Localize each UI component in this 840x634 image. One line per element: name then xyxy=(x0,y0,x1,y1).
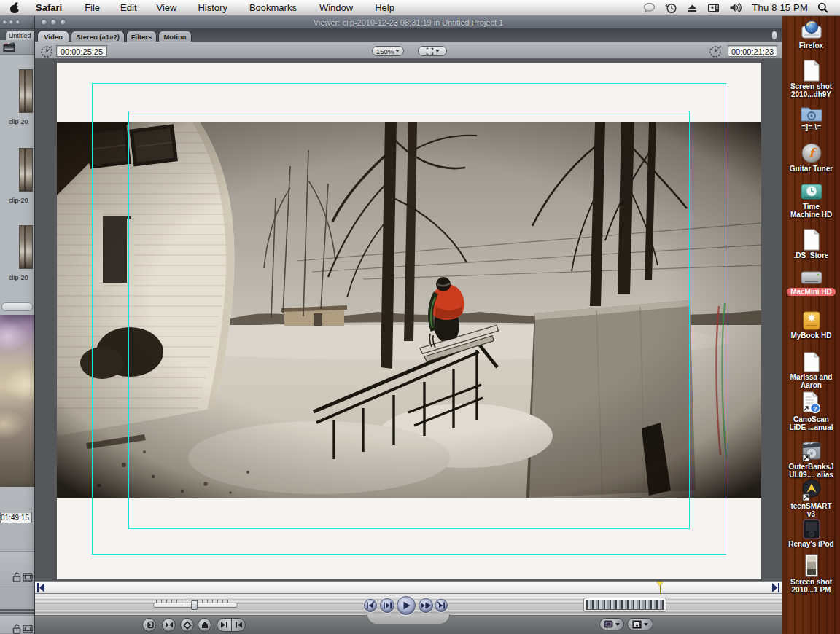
mark-in-icon xyxy=(219,621,229,629)
photo-window[interactable] xyxy=(0,315,35,487)
transport-bar xyxy=(35,594,782,616)
previous-edit-button[interactable] xyxy=(364,599,377,612)
minimize-button[interactable] xyxy=(50,19,57,26)
menu-app[interactable]: Safari xyxy=(34,2,63,13)
add-marker-button[interactable] xyxy=(198,618,211,632)
browser-tab-untitled[interactable]: Untitled xyxy=(5,31,35,40)
desktop-icon-guitar-tuner[interactable]: f Guitar Tuner xyxy=(782,142,840,173)
ipod-icon xyxy=(801,519,822,539)
svg-text:?: ? xyxy=(813,405,817,412)
keyboard-viewer-icon[interactable] xyxy=(707,3,720,13)
recent-clips-dropdown[interactable] xyxy=(599,618,624,630)
desktop-icon-macmini-hd[interactable]: MacMini HD xyxy=(782,268,840,296)
play-icon xyxy=(402,600,411,611)
menu-edit[interactable]: Edit xyxy=(119,2,138,13)
video-frame xyxy=(57,122,761,498)
apple-menu-icon[interactable] xyxy=(10,3,20,13)
menubar-clock[interactable]: Thu 8 15 PM xyxy=(752,2,808,13)
desktop-icon-teensmart[interactable]: teenSMART v3 xyxy=(782,478,840,518)
jog-control[interactable] xyxy=(583,598,666,612)
desktop-icon-outerbanks-alias[interactable]: OuterBanksJ UL09.... alias xyxy=(782,439,840,479)
desktop-icon-ds-store[interactable]: .DS_Store xyxy=(782,229,840,259)
tab-scroll-thumb[interactable] xyxy=(771,31,777,40)
menu-help[interactable]: Help xyxy=(373,2,396,13)
desktop-icon-mybook-hd[interactable]: MyBook HD xyxy=(782,310,840,340)
clip-thumbnail[interactable] xyxy=(19,225,33,269)
zoom-button[interactable] xyxy=(60,19,66,26)
tab-motion[interactable]: Motion xyxy=(158,31,192,42)
shuttle-thumb[interactable] xyxy=(191,600,198,610)
play-in-to-out-icon xyxy=(383,601,392,610)
timecode-duration-field[interactable]: 00:00:25;25 xyxy=(56,45,107,57)
add-keyframe-button[interactable] xyxy=(180,618,194,632)
browser-window: Untitled clip-20 clip-20 clip-20 xyxy=(0,16,35,315)
eject-icon[interactable] xyxy=(687,3,698,13)
desktop-icon-firefox[interactable]: Firefox xyxy=(782,19,840,50)
movie-alias-icon xyxy=(800,439,823,462)
timeline-track-divider[interactable] xyxy=(0,609,35,614)
match-frame-button[interactable] xyxy=(142,618,156,632)
zoom-dropdown-value: 150% xyxy=(376,47,394,55)
desktop-icon-screenshot-2[interactable]: Screen shot 2010...1 PM xyxy=(782,554,840,594)
desktop-icon-burn-folder[interactable]: =]=-\= xyxy=(782,103,840,131)
desktop-icon-renays-ipod[interactable]: Renay's iPod xyxy=(782,519,840,548)
chat-icon[interactable] xyxy=(643,2,656,13)
desktop-icon-time-machine-hd[interactable]: Time Machine HD xyxy=(782,181,840,219)
clip-label: clip-20 xyxy=(9,197,35,204)
menu-file[interactable]: File xyxy=(83,2,101,13)
timecode-duration-clock-icon[interactable] xyxy=(40,44,54,58)
menu-view[interactable]: View xyxy=(155,2,179,13)
scrubber-bar[interactable] xyxy=(35,581,782,594)
play-in-to-out-button[interactable] xyxy=(380,598,394,613)
desktop-icon-marissa-and-aaron[interactable]: Marissa and Aaron xyxy=(782,352,840,389)
chevron-down-icon xyxy=(644,623,648,626)
menu-window[interactable]: Window xyxy=(318,2,354,13)
close-button[interactable] xyxy=(2,20,7,25)
generators-dropdown[interactable] xyxy=(627,618,653,630)
track-film-icon[interactable] xyxy=(23,572,33,582)
image-file-icon xyxy=(804,554,819,577)
spotlight-icon[interactable] xyxy=(817,2,828,13)
transport-bulge xyxy=(367,614,450,625)
timecode-current-clock-icon[interactable] xyxy=(709,44,723,58)
menu-history[interactable]: History xyxy=(196,2,228,13)
play-around-button[interactable] xyxy=(419,598,433,613)
timecode-current-field[interactable]: 00:00:21;23 xyxy=(728,45,777,57)
minimize-button[interactable] xyxy=(9,20,14,25)
play-button[interactable] xyxy=(397,596,416,615)
track-film-icon[interactable] xyxy=(23,624,33,634)
next-edit-icon xyxy=(437,601,446,610)
time-machine-icon[interactable] xyxy=(665,2,677,14)
internal-drive-icon xyxy=(799,268,824,287)
viewer-canvas[interactable] xyxy=(35,59,782,581)
menu-bookmarks[interactable]: Bookmarks xyxy=(248,2,298,13)
volume-icon[interactable] xyxy=(729,2,742,13)
clip-thumbnail[interactable] xyxy=(19,69,33,113)
timeline-timecode-field[interactable]: 01:49;15 xyxy=(0,512,32,523)
tab-video[interactable]: Video xyxy=(37,31,69,42)
shuttle-control[interactable] xyxy=(153,600,238,610)
burn-folder-icon xyxy=(800,103,823,122)
zoom-button[interactable] xyxy=(15,20,20,25)
desktop-icon-canoscan-manual[interactable]: ? CanoScan LiDE ...anual xyxy=(782,391,840,431)
playhead[interactable] xyxy=(657,582,664,595)
application-icon: f xyxy=(801,142,822,164)
mark-in-out-buttons[interactable] xyxy=(217,618,246,632)
clip-thumbnail[interactable] xyxy=(19,148,33,192)
external-drive-teal-icon xyxy=(799,181,824,202)
mark-clip-button[interactable] xyxy=(162,618,176,632)
chevron-down-icon xyxy=(615,623,620,626)
tab-filters[interactable]: Filters xyxy=(126,31,157,42)
zoom-dropdown[interactable]: 150% xyxy=(372,46,404,56)
fit-view-icon xyxy=(426,47,434,55)
track-lock-icon[interactable] xyxy=(12,624,21,634)
video-clip-frame xyxy=(57,63,761,579)
close-button[interactable] xyxy=(41,19,47,26)
chevron-down-icon xyxy=(435,50,440,52)
view-options-dropdown[interactable] xyxy=(418,46,447,56)
browser-scrollbar[interactable] xyxy=(1,302,33,311)
desktop-icon-screenshot-1[interactable]: Screen shot 2010...dh9Y xyxy=(782,60,840,98)
tab-stereo[interactable]: Stereo (a1a2) xyxy=(71,31,125,42)
track-lock-icon[interactable] xyxy=(12,572,21,582)
next-edit-button[interactable] xyxy=(435,599,448,612)
